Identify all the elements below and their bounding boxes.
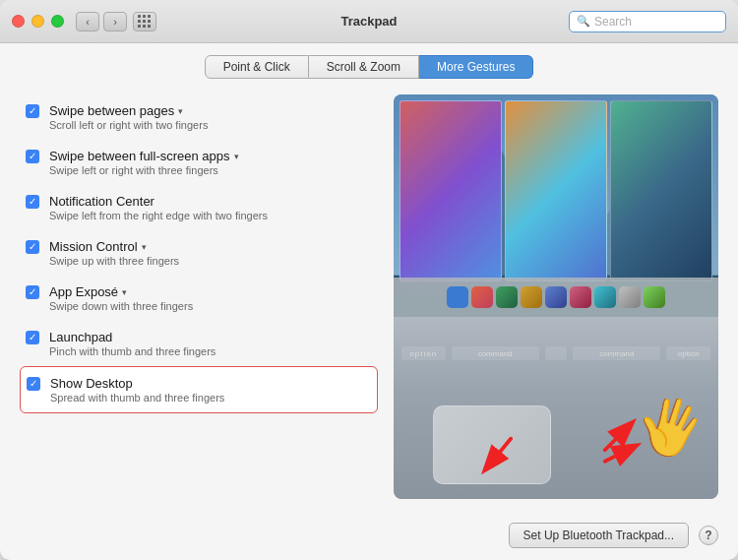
hand-fingers-icon: 🖐 [627,385,712,468]
titlebar: ‹ › Trackpad 🔍 [0,0,738,43]
mission-control-desc: Swipe up with three fingers [49,255,179,267]
checkbox-app-expose[interactable]: ✓ [26,285,39,299]
key-label: command [599,349,634,358]
tab-scroll-zoom[interactable]: Scroll & Zoom [309,55,419,79]
checkbox-show-desktop[interactable]: ✓ [27,377,40,391]
svg-line-11 [605,423,632,450]
keyboard-row: option [666,346,710,360]
dock-icon [619,286,641,308]
setting-show-desktop[interactable]: ✓ Show Desktop Spread with thumb and thr… [20,366,378,413]
show-desktop-title: Show Desktop [50,376,224,391]
setting-app-expose[interactable]: ✓ App Exposé ▾ Swipe down with three fin… [20,276,378,321]
checkmark-icon: ✓ [29,287,36,297]
back-button[interactable]: ‹ [76,12,99,31]
keyboard-row: command [573,346,660,360]
search-box[interactable]: 🔍 [569,11,726,32]
trackpad-window: ‹ › Trackpad 🔍 Point & Click Scroll & Zo… [0,0,738,560]
macos-dock [394,278,718,317]
swipe-pages-desc: Scroll left or right with two fingers [49,119,208,131]
notification-center-desc: Swipe left from the right edge with two … [49,210,268,221]
key-label: option [409,349,437,358]
dock-icon [471,286,493,308]
dock-icon [447,286,468,308]
launchpad-text: Launchpad Pinch with thumb and three fin… [49,330,215,357]
trackpad-surface [433,405,551,484]
nav-buttons: ‹ › [76,12,127,31]
dock-icon [594,286,616,308]
mc-windows [400,100,712,281]
mc-window-1 [400,100,502,281]
swipe-pages-title: Swipe between pages ▾ [49,103,208,118]
dropdown-arrow-icon: ▾ [234,152,239,161]
mc-window-2 [505,100,607,281]
checkmark-icon: ✓ [30,379,37,389]
tab-bar: Point & Click Scroll & Zoom More Gesture… [0,43,738,87]
grid-icon [138,15,152,29]
macos-screen [394,94,718,317]
checkmark-icon: ✓ [29,106,36,116]
key-label: command [478,349,513,358]
setting-notification-center[interactable]: ✓ Notification Center Swipe left from th… [20,185,378,230]
dock-icon [644,286,665,308]
checkbox-notification-center[interactable]: ✓ [26,195,39,209]
keyboard-spacer [545,346,567,360]
left-panel: ✓ Swipe between pages ▾ Scroll left or r… [20,94,378,499]
show-desktop-desc: Spread with thumb and three fingers [50,392,224,404]
forward-button[interactable]: › [103,12,127,31]
mission-control-text: Mission Control ▾ Swipe up with three fi… [49,239,179,267]
checkbox-swipe-pages[interactable]: ✓ [26,104,39,118]
swipe-fullscreen-desc: Swipe left or right with three fingers [49,164,239,176]
dropdown-arrow-icon: ▾ [178,106,183,116]
grid-menu-button[interactable] [133,12,156,31]
dropdown-arrow-icon: ▾ [142,242,147,252]
dropdown-arrow-icon: ▾ [122,287,127,297]
swipe-pages-text: Swipe between pages ▾ Scroll left or rig… [49,103,208,131]
window-title: Trackpad [340,14,397,29]
help-button[interactable]: ? [699,526,718,545]
traffic-lights [12,15,64,28]
close-button[interactable] [12,15,25,28]
swipe-fullscreen-title: Swipe between full-screen apps ▾ [49,149,239,163]
mc-window-3 [610,100,712,281]
right-panel: option command command option [394,94,718,499]
keyboard-row: option [401,346,446,360]
setting-swipe-fullscreen[interactable]: ✓ Swipe between full-screen apps ▾ Swipe… [20,140,378,185]
launchpad-title: Launchpad [49,330,215,344]
checkbox-launchpad[interactable]: ✓ [26,331,39,344]
dock-icon [521,286,542,308]
show-desktop-text: Show Desktop Spread with thumb and three… [50,376,224,404]
app-expose-desc: Swipe down with three fingers [49,300,193,312]
keyboard-area: option command command option [394,317,718,390]
trackpad-hand-area: 🖐 [394,390,718,499]
app-expose-text: App Exposé ▾ Swipe down with three finge… [49,284,193,312]
mission-control-title: Mission Control ▾ [49,239,179,254]
dock-icon [545,286,567,308]
maximize-button[interactable] [51,15,64,28]
swipe-fullscreen-text: Swipe between full-screen apps ▾ Swipe l… [49,149,239,176]
tab-point-click[interactable]: Point & Click [205,55,309,79]
checkmark-icon: ✓ [29,152,36,161]
bluetooth-trackpad-button[interactable]: Set Up Bluetooth Trackpad... [509,523,689,548]
search-input[interactable] [594,15,718,29]
key-label: option [678,349,700,358]
checkmark-icon: ✓ [29,333,36,342]
trackpad-image: option command command option [394,94,718,499]
search-icon: 🔍 [577,15,590,28]
notification-center-title: Notification Center [49,194,268,209]
setting-mission-control[interactable]: ✓ Mission Control ▾ Swipe up with three … [20,230,378,276]
setting-swipe-pages[interactable]: ✓ Swipe between pages ▾ Scroll left or r… [20,94,378,140]
setting-launchpad[interactable]: ✓ Launchpad Pinch with thumb and three f… [20,321,378,366]
dock-icon [570,286,591,308]
minimize-button[interactable] [31,15,44,28]
checkbox-swipe-fullscreen[interactable]: ✓ [26,150,39,163]
main-content: ✓ Swipe between pages ▾ Scroll left or r… [0,87,738,515]
svg-line-12 [605,446,636,461]
bottom-bar: Set Up Bluetooth Trackpad... ? [0,515,738,560]
checkmark-icon: ✓ [29,242,36,252]
app-expose-title: App Exposé ▾ [49,284,193,299]
keyboard-row: command [452,346,539,360]
tab-more-gestures[interactable]: More Gestures [419,55,533,79]
checkbox-mission-control[interactable]: ✓ [26,240,39,254]
checkmark-icon: ✓ [29,197,36,207]
notification-center-text: Notification Center Swipe left from the … [49,194,268,221]
